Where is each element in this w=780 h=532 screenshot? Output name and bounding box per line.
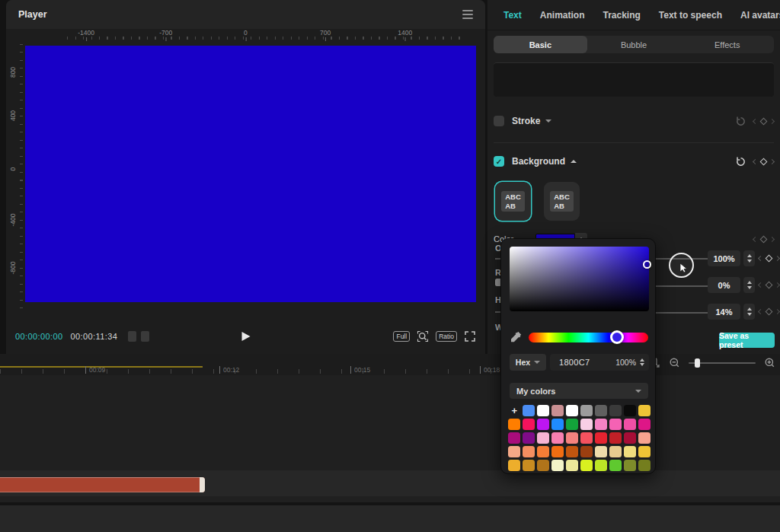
palette-swatch[interactable] (580, 460, 593, 471)
palette-swatch[interactable] (624, 432, 636, 444)
palette-swatch[interactable] (537, 419, 549, 430)
tab-animation[interactable]: Animation (532, 10, 593, 21)
palette-swatch[interactable] (537, 432, 549, 444)
palette-swatch[interactable] (624, 460, 636, 471)
palette-swatch[interactable] (638, 419, 651, 430)
ratio-button[interactable]: Ratio (436, 331, 457, 342)
slider-drag-handle[interactable] (669, 253, 694, 278)
palette-swatch[interactable] (638, 446, 651, 457)
opacity-value[interactable]: 100% (708, 250, 740, 266)
keyframe-diamond-icon[interactable] (766, 255, 773, 263)
radius-stepper[interactable] (743, 277, 755, 293)
fullscreen-icon[interactable] (464, 330, 476, 342)
palette-swatch[interactable] (523, 405, 535, 416)
hue-selector[interactable] (610, 330, 624, 344)
palette-swatch[interactable] (551, 432, 564, 444)
palette-swatch[interactable] (508, 419, 520, 430)
palette-swatch[interactable] (523, 460, 535, 471)
palette-swatch[interactable] (508, 432, 520, 444)
clip-trim-handle[interactable] (200, 477, 205, 492)
palette-swatch[interactable] (580, 419, 593, 430)
full-button[interactable]: Full (393, 331, 410, 342)
hue-slider[interactable] (529, 333, 648, 342)
palette-swatch[interactable] (523, 446, 535, 457)
hex-value[interactable]: 1800C7 (559, 358, 615, 367)
palette-swatch[interactable] (566, 446, 578, 457)
next-keyframe-icon[interactable] (769, 158, 775, 164)
prev-keyframe-icon[interactable] (753, 158, 758, 164)
palette-swatch[interactable] (580, 405, 593, 416)
prev-keyframe-icon[interactable] (758, 282, 763, 288)
palette-swatch[interactable] (624, 405, 636, 416)
reset-icon[interactable] (735, 116, 746, 127)
stroke-checkbox[interactable] (494, 116, 504, 126)
palette-swatch[interactable] (624, 419, 636, 430)
zoom-in-icon[interactable] (764, 357, 775, 368)
hex-mode-dropdown[interactable]: Hex (510, 354, 546, 371)
prev-keyframe-icon[interactable] (753, 118, 758, 123)
alpha-value[interactable]: 100% (615, 358, 636, 367)
palette-swatch[interactable] (638, 432, 651, 444)
palette-swatch[interactable] (523, 432, 535, 444)
zoom-fit-icon[interactable] (417, 330, 429, 342)
palette-swatch[interactable] (537, 446, 549, 457)
zoom-slider-knob[interactable] (695, 358, 700, 368)
palette-swatch[interactable] (609, 460, 622, 471)
palette-swatch[interactable] (595, 405, 607, 416)
background-checkbox[interactable] (494, 156, 504, 167)
palette-swatch[interactable] (537, 405, 549, 416)
reset-icon[interactable] (735, 156, 746, 167)
palette-swatch[interactable] (551, 419, 564, 430)
palette-swatch[interactable] (638, 405, 651, 416)
palette-swatch[interactable] (595, 419, 607, 430)
chevron-up-icon[interactable] (571, 160, 577, 163)
play-button[interactable] (241, 332, 250, 341)
keyframe-diamond-icon[interactable] (766, 308, 773, 316)
palette-swatch[interactable] (595, 432, 607, 444)
keyframe-diamond-icon[interactable] (766, 282, 773, 289)
timeline-clip[interactable] (0, 477, 205, 492)
palette-swatch[interactable] (580, 432, 593, 444)
palette-swatch[interactable] (537, 460, 549, 471)
background-style-tile-2[interactable]: ABCAB (544, 182, 580, 221)
palette-swatch[interactable] (595, 446, 607, 457)
height-stepper[interactable] (743, 304, 755, 320)
subtab-effects[interactable]: Effects (680, 36, 774, 53)
tab-text[interactable]: Text (495, 10, 530, 21)
text-input-box[interactable] (494, 62, 774, 97)
subtab-bubble[interactable]: Bubble (587, 36, 681, 53)
palette-swatch[interactable] (523, 419, 535, 430)
palette-swatch[interactable] (551, 405, 564, 416)
keyframe-diamond-icon[interactable] (760, 158, 768, 165)
prev-keyframe-icon[interactable] (758, 256, 763, 261)
keyframe-diamond-icon[interactable] (760, 235, 768, 243)
tab-ai-avatars[interactable]: AI avatars (732, 10, 780, 21)
keyframe-diamond-icon[interactable] (760, 117, 768, 125)
palette-swatch[interactable] (638, 460, 651, 471)
zoom-out-icon[interactable] (669, 357, 680, 368)
save-as-preset-button[interactable]: Save as preset (719, 333, 775, 348)
hex-input[interactable]: 1800C7 100% (550, 354, 649, 371)
sv-selector[interactable] (643, 260, 651, 269)
palette-swatch[interactable] (508, 460, 520, 471)
opacity-stepper[interactable] (743, 250, 755, 266)
chevron-down-icon[interactable] (545, 119, 551, 123)
palette-swatch[interactable] (551, 460, 564, 471)
background-style-tile-1[interactable]: ABCAB (495, 182, 531, 221)
saturation-value-area[interactable] (510, 247, 649, 311)
palette-swatch[interactable] (551, 446, 564, 457)
palette-swatch[interactable] (609, 432, 622, 444)
radius-value[interactable]: 0% (708, 277, 740, 293)
timeline-zoom-slider[interactable] (689, 358, 756, 368)
palette-swatch[interactable] (508, 446, 520, 457)
prev-keyframe-icon[interactable] (753, 236, 758, 241)
palette-swatch[interactable] (609, 446, 622, 457)
my-colors-dropdown[interactable]: My colors (510, 383, 648, 399)
palette-swatch[interactable] (580, 446, 593, 457)
palette-swatch[interactable] (566, 405, 578, 416)
palette-swatch[interactable] (595, 460, 607, 471)
radius-slider[interactable] (654, 285, 708, 287)
prev-keyframe-icon[interactable] (758, 309, 763, 314)
next-keyframe-icon[interactable] (769, 236, 775, 241)
subtab-basic[interactable]: Basic (494, 36, 587, 53)
